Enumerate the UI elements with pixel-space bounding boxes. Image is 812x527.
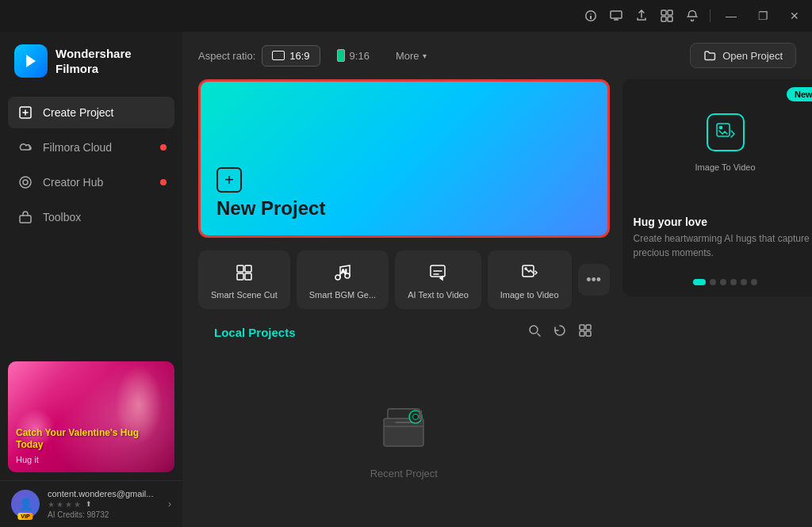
recent-project-area: Recent Project	[198, 362, 610, 511]
sidebar-item-creator-hub[interactable]: Creator Hub	[8, 166, 174, 198]
featured-tool-label: Image To Video	[695, 162, 756, 172]
ai-text-to-video-button[interactable]: AI Text to Video	[395, 250, 481, 309]
smart-scene-cut-label: Smart Scene Cut	[211, 290, 278, 300]
empty-state-icon	[372, 395, 435, 458]
user-email: content.wonderes@gmail...	[48, 489, 160, 498]
user-credits: AI Credits: 98732	[48, 510, 160, 519]
search-projects-button[interactable]	[526, 322, 543, 343]
bell-icon[interactable]	[684, 8, 700, 24]
star-3: ★	[65, 500, 72, 509]
smart-bgm-button[interactable]: AI Smart BGM Ge...	[297, 250, 389, 309]
notification-badge	[160, 144, 167, 151]
carousel-dot-6[interactable]	[751, 279, 757, 285]
refresh-projects-button[interactable]	[551, 322, 569, 343]
sidebar-item-filmora-cloud[interactable]: Filmora Cloud	[8, 132, 174, 163]
image-to-video-icon	[517, 260, 542, 285]
carousel-dot-4[interactable]	[730, 279, 737, 285]
ai-text-to-video-label: AI Text to Video	[408, 290, 469, 300]
aspect-9-16-button[interactable]: 9:16	[327, 44, 380, 67]
sidebar-item-label: Toolbox	[43, 211, 81, 223]
featured-info: Hug your love Create heartwarming AI hug…	[622, 206, 812, 273]
more-aspect-button[interactable]: More ▾	[386, 46, 436, 66]
svg-rect-28	[717, 124, 730, 136]
folder-icon	[703, 49, 716, 62]
image-to-video-button[interactable]: Image to Video	[488, 250, 572, 309]
image-to-video-label: Image to Video	[500, 290, 559, 300]
avatar: 👤 VIP	[11, 490, 40, 518]
star-4: ★	[74, 500, 81, 509]
recent-project-label: Recent Project	[370, 468, 438, 479]
carousel-dot-2[interactable]	[710, 279, 716, 285]
star-row: ★ ★ ★ ★ ⬆	[48, 500, 160, 509]
smart-scene-cut-icon	[232, 260, 257, 285]
svg-text:AI: AI	[341, 268, 347, 275]
aspect-ratio-group: Aspect ratio: 16:9 9:16 More ▾	[198, 44, 436, 67]
svg-point-18	[525, 268, 527, 269]
left-column: + New Project Smart Scene Cut	[198, 79, 610, 511]
user-arrow-icon: ›	[168, 498, 171, 510]
landscape-icon	[272, 51, 285, 60]
featured-visual: Image To Video	[622, 79, 812, 206]
sidebar-nav: Create Project Filmora Cloud	[0, 97, 182, 233]
svg-rect-9	[237, 265, 243, 272]
svg-rect-12	[245, 273, 251, 280]
sidebar-item-toolbox[interactable]: Toolbox	[8, 201, 174, 233]
app-title: Wondershare Filmora	[56, 46, 168, 77]
svg-point-7	[23, 180, 28, 185]
carousel-dot-1[interactable]	[693, 279, 706, 285]
svg-point-27	[413, 414, 419, 419]
smart-bgm-icon: AI	[330, 260, 355, 285]
sidebar: Wondershare Filmora Create Project	[0, 32, 182, 527]
new-project-label: New Project	[216, 197, 325, 220]
sidebar-item-create-project[interactable]: Create Project	[8, 97, 174, 128]
sidebar-item-label: Creator Hub	[43, 176, 103, 189]
more-tools-button[interactable]: •••	[578, 264, 610, 296]
local-projects-header: Local Projects	[198, 322, 610, 343]
svg-rect-3	[661, 17, 666, 21]
svg-rect-10	[245, 265, 251, 272]
featured-card: New Image To Video	[622, 79, 812, 296]
notification-badge	[160, 179, 167, 185]
svg-point-29	[719, 127, 722, 129]
promo-cta: Hug it	[16, 455, 167, 464]
sidebar-item-label: Filmora Cloud	[43, 141, 112, 154]
logo-area: Wondershare Filmora	[0, 32, 182, 90]
user-info: content.wonderes@gmail... ★ ★ ★ ★ ⬆ AI C…	[48, 489, 160, 519]
monitor-icon[interactable]	[608, 8, 624, 24]
user-area[interactable]: 👤 VIP content.wonderes@gmail... ★ ★ ★ ★ …	[0, 480, 182, 527]
promo-banner[interactable]: Catch Your Valentine's Hug Today Hug it	[8, 361, 174, 472]
app-logo	[14, 44, 48, 78]
grid-icon[interactable]	[659, 8, 675, 24]
carousel-dot-3[interactable]	[720, 279, 726, 285]
top-toolbar: Aspect ratio: 16:9 9:16 More ▾	[182, 32, 812, 79]
create-project-icon	[17, 105, 33, 120]
featured-title: Hug your love	[634, 216, 812, 228]
open-project-button[interactable]: Open Project	[690, 43, 796, 68]
star-1: ★	[48, 500, 55, 509]
grid-view-button[interactable]	[576, 322, 594, 343]
star-2: ★	[56, 500, 63, 509]
network-icon[interactable]	[583, 8, 599, 24]
smart-scene-cut-button[interactable]: Smart Scene Cut	[198, 250, 290, 309]
toolbox-icon	[17, 209, 33, 225]
aspect-16-9-button[interactable]: 16:9	[262, 45, 320, 67]
maximize-button[interactable]: ❐	[752, 5, 774, 27]
svg-rect-23	[586, 331, 591, 336]
main-content: Aspect ratio: 16:9 9:16 More ▾	[182, 32, 812, 527]
new-project-plus-icon: +	[216, 167, 242, 193]
svg-rect-8	[20, 216, 31, 223]
svg-rect-11	[237, 273, 243, 280]
ai-text-to-video-icon	[425, 260, 450, 285]
vip-badge: VIP	[17, 513, 33, 520]
minimize-button[interactable]: —	[720, 5, 742, 27]
svg-rect-4	[668, 17, 672, 21]
promo-headline: Catch Your Valentine's Hug Today	[16, 427, 167, 452]
close-button[interactable]: ✕	[783, 5, 806, 27]
carousel-dot-5[interactable]	[741, 279, 747, 285]
new-project-card[interactable]: + New Project	[198, 79, 610, 238]
upload-icon[interactable]	[634, 8, 649, 24]
level-icon: ⬆	[86, 500, 92, 509]
quick-tools: Smart Scene Cut AI Smart BGM Ge...	[198, 250, 610, 309]
content-area: + New Project Smart Scene Cut	[182, 79, 812, 527]
new-project-content: + New Project	[216, 167, 325, 220]
